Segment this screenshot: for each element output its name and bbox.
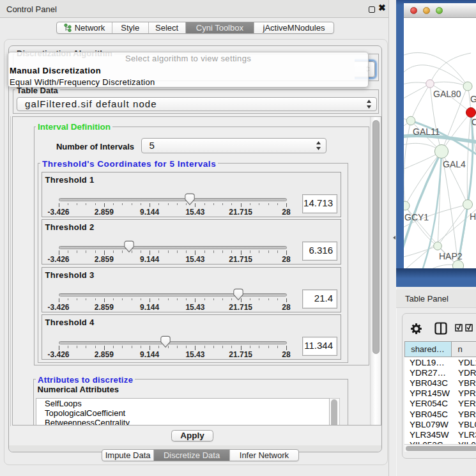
svg-text:C: C — [472, 117, 476, 127]
svg-text:H: H — [470, 211, 476, 222]
svg-text:HAP2: HAP2 — [439, 251, 463, 261]
svg-text:GCY1: GCY1 — [404, 212, 429, 222]
svg-text:GAL80: GAL80 — [433, 89, 461, 99]
svg-text:G: G — [470, 94, 476, 104]
svg-text:GAL4: GAL4 — [443, 159, 466, 169]
svg-text:GAL11: GAL11 — [413, 127, 440, 137]
